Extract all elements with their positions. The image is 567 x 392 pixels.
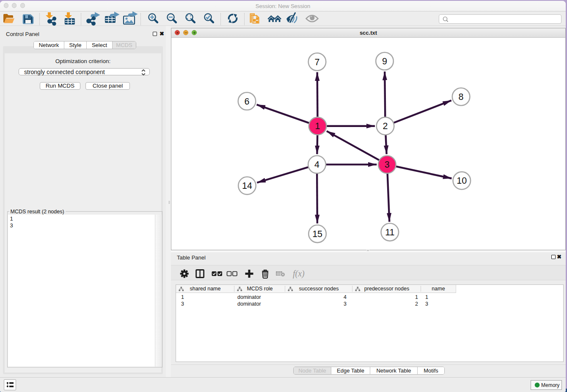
svg-text:11: 11 [385,227,394,237]
svg-text:7: 7 [315,57,320,67]
svg-text:3: 3 [385,160,390,170]
svg-text:f(x): f(x) [293,269,305,279]
svg-text:14: 14 [242,181,252,191]
svg-text:9: 9 [382,56,387,66]
svg-text:10: 10 [457,176,467,186]
svg-text:1: 1 [315,121,320,131]
svg-text:2: 2 [383,121,388,131]
svg-text:6: 6 [245,97,250,107]
svg-text:4: 4 [314,160,319,170]
svg-text:8: 8 [459,92,464,102]
svg-text:15: 15 [312,229,322,239]
